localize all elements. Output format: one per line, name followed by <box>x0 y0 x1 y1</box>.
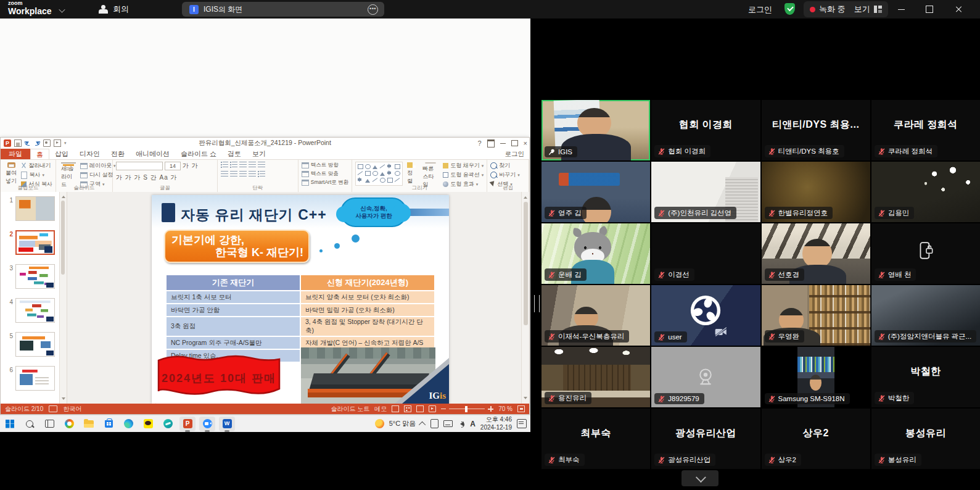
edge-button[interactable] <box>120 417 136 431</box>
indent-increase-icon[interactable] <box>249 162 256 168</box>
chevron-down-icon[interactable] <box>59 6 65 12</box>
new-slide-button[interactable]: 새 슬라이드 <box>59 162 78 186</box>
maximize-button[interactable] <box>915 0 944 19</box>
participant-tile[interactable]: 한별유리정연호 <box>762 162 870 222</box>
search-button[interactable] <box>22 417 38 431</box>
shapes-gallery[interactable] <box>355 162 403 186</box>
participant-tile[interactable]: 영주 김 <box>541 162 650 222</box>
participant-tile[interactable]: 이경선 <box>651 223 760 284</box>
participant-tile[interactable]: Samsung SM-S918N <box>762 347 870 407</box>
reset-button[interactable]: 다시 설정 <box>80 171 116 179</box>
slide-thumbnail-4[interactable]: 4 <box>6 298 67 323</box>
participant-tile[interactable]: 영배 천 <box>871 223 980 284</box>
copilot-button[interactable] <box>61 417 77 431</box>
tab-slideshow[interactable]: 슬라이드 쇼 <box>175 149 222 159</box>
numbering-icon[interactable] <box>230 162 237 168</box>
line-spacing-icon[interactable] <box>258 162 265 168</box>
find-button[interactable]: 찾기 <box>490 162 520 170</box>
participant-tile[interactable]: 쿠라레 정희석 쿠라레 정희석 <box>871 100 980 160</box>
zoom-percent[interactable]: 70 % <box>498 405 513 412</box>
language-indicator[interactable]: 한국어 <box>63 405 81 413</box>
keyboard-icon[interactable] <box>443 420 453 427</box>
slide-thumbnail-5[interactable]: 5 <box>6 332 67 357</box>
grow-shrink-font-icons[interactable]: 가 가 <box>183 162 199 170</box>
login-button[interactable]: 로그인 <box>748 4 772 15</box>
kakaotalk-button[interactable] <box>140 417 156 431</box>
reading-view-icon[interactable] <box>416 405 424 412</box>
tab-view[interactable]: 보기 <box>247 149 271 159</box>
indent-decrease-icon[interactable] <box>239 162 247 168</box>
tab-animations[interactable]: 애니메이션 <box>130 149 175 159</box>
microsoft-store-button[interactable] <box>101 417 117 431</box>
zoom-in-icon[interactable] <box>488 406 493 412</box>
ime-icon[interactable] <box>430 419 439 428</box>
zoom-slider[interactable] <box>441 406 493 412</box>
task-view-button[interactable] <box>41 417 57 431</box>
participant-tile[interactable]: 우영완 <box>762 285 870 346</box>
speaker-icon[interactable] <box>458 421 464 426</box>
paste-button[interactable]: 붙여넣기 <box>4 162 19 186</box>
slide-sorter-icon[interactable] <box>404 405 411 412</box>
arrange-button[interactable]: 정렬 <box>405 162 418 186</box>
slide-thumbnail-6[interactable]: 6 <box>6 366 67 391</box>
shape-fill-button[interactable]: 도형 채우기▾ <box>443 162 484 170</box>
tab-home[interactable]: 홈 <box>30 149 49 159</box>
qat-more-icon[interactable]: ▾ <box>64 141 67 146</box>
memo-button[interactable]: 메모 <box>374 405 387 413</box>
weather-text[interactable]: 5°C 맑음 <box>389 419 416 428</box>
redo-icon[interactable] <box>34 140 40 146</box>
participant-tile[interactable]: 박철한 박철한 <box>871 347 980 407</box>
align-right-icon[interactable] <box>239 171 247 177</box>
ellipsis-circle-icon[interactable]: ••• <box>368 4 378 15</box>
zoom-out-icon[interactable] <box>441 409 446 409</box>
replace-button[interactable]: 바꾸기▾ <box>490 171 520 179</box>
slide-thumbnail-3[interactable]: 3 <box>6 264 67 289</box>
gallery-next-page-button[interactable] <box>681 470 719 486</box>
ppt-close-icon[interactable]: × <box>524 139 527 147</box>
help-icon[interactable]: ? <box>477 139 481 147</box>
ime-mode-indicator[interactable]: A <box>470 420 476 428</box>
teal-app-button[interactable] <box>160 417 176 431</box>
slide-thumbnail-2-selected[interactable]: 2 <box>6 230 67 255</box>
word-taskbar-button[interactable]: W <box>219 417 235 431</box>
weather-icon[interactable] <box>375 419 384 428</box>
participant-tile[interactable]: user <box>651 285 760 346</box>
participant-tile[interactable]: J8929579 <box>651 347 760 407</box>
participant-tile[interactable]: 협회 이경희 협회 이경희 <box>651 100 760 160</box>
security-shield-icon[interactable] <box>784 3 795 15</box>
ppt-minimize-icon[interactable] <box>500 143 506 144</box>
align-center-icon[interactable] <box>230 171 237 177</box>
participant-tile[interactable]: 이재석-우신복층유리 <box>541 285 650 346</box>
slideshow-view-icon[interactable] <box>429 405 436 412</box>
tab-shared-screen[interactable]: I IGIS의 화면 ••• <box>182 2 384 17</box>
columns-icon[interactable] <box>258 171 265 177</box>
participant-tile[interactable]: 용진유리 <box>541 347 650 407</box>
ppt-restore-icon[interactable] <box>511 140 518 146</box>
view-button[interactable]: 보기 <box>854 4 882 15</box>
notes-button[interactable]: 슬라이드 노트 <box>331 405 369 413</box>
tab-review[interactable]: 검토 <box>222 149 247 159</box>
zoom-taskbar-button[interactable] <box>199 417 215 431</box>
start-slideshow-icon[interactable] <box>54 139 61 147</box>
participant-tile-igis[interactable]: IGIS <box>541 100 650 160</box>
tray-expand-icon[interactable] <box>419 421 426 428</box>
powerpoint-taskbar-button[interactable]: P <box>179 417 196 431</box>
undo-icon[interactable] <box>25 140 31 146</box>
participant-tile[interactable]: 김용민 <box>871 162 980 222</box>
participant-tile[interactable]: 선호경 <box>762 223 870 284</box>
participant-tile[interactable]: 운배 김 <box>541 223 650 284</box>
align-left-icon[interactable] <box>221 171 228 177</box>
tab-design[interactable]: 디자인 <box>74 149 105 159</box>
font-name-input[interactable] <box>116 162 163 170</box>
layout-button[interactable]: 레이아웃▾ <box>80 162 116 170</box>
copy-button[interactable]: 복사▾ <box>21 171 52 179</box>
keyboard-language-icon[interactable] <box>49 405 57 412</box>
font-size-input[interactable]: 14 <box>165 162 181 170</box>
start-button[interactable] <box>2 417 18 431</box>
file-explorer-button[interactable] <box>81 417 97 431</box>
taskbar-clock[interactable]: 오후 4:46 2024-12-19 <box>480 416 512 431</box>
slide-thumbnail-1[interactable]: 1 <box>6 196 67 221</box>
participant-tile[interactable]: 봉성유리 봉성유리 <box>871 409 980 469</box>
text-direction-button[interactable]: 텍스트 방향 <box>302 162 348 169</box>
participant-tile[interactable]: 최부숙 최부숙 <box>541 409 650 469</box>
